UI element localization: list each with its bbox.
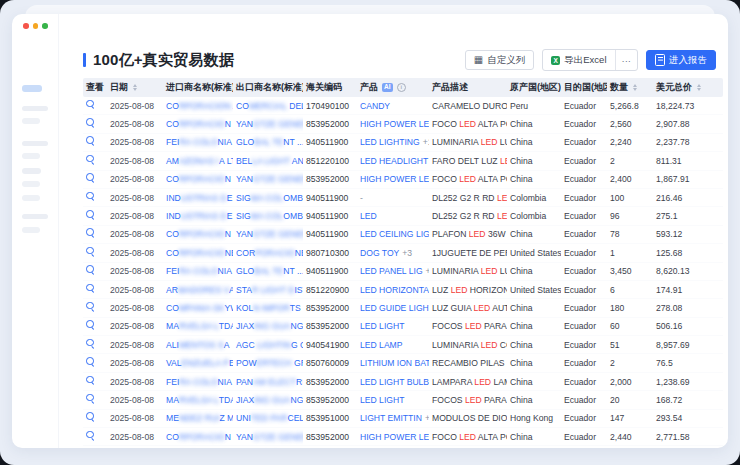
maximize-window-icon[interactable]: [42, 23, 48, 29]
column-header-usd_total[interactable]: 美元总价: [653, 78, 723, 97]
product-extra-count[interactable]: +1: [423, 137, 429, 147]
product-link[interactable]: LED LIGHT BULB: [360, 377, 429, 387]
product-link[interactable]: LED LIGHT: [360, 321, 404, 331]
importer-link[interactable]: CORPORACIONES...: [166, 248, 233, 258]
view-search-icon[interactable]: [86, 284, 96, 294]
product-link[interactable]: LED GUIDE LIGHT T: [360, 303, 429, 313]
product-link[interactable]: LED PANEL LIG: [360, 266, 423, 276]
importer-link[interactable]: FEIRA COLONIA ...: [166, 137, 233, 147]
product-link[interactable]: LED LAMP: [360, 340, 403, 350]
view-search-icon[interactable]: [86, 173, 96, 183]
product-link[interactable]: LED: [360, 211, 377, 221]
exporter-link[interactable]: GLOBAL TENT ...: [236, 137, 303, 147]
exporter-link[interactable]: BELLA LIGHT AND...: [236, 156, 303, 166]
importer-link[interactable]: MARVELSA LTDA: [166, 395, 233, 405]
importer-link[interactable]: CORPORACION E...: [166, 229, 233, 239]
view-search-icon[interactable]: [86, 412, 96, 422]
importer-link[interactable]: ALIMENTOS SA: [166, 340, 229, 350]
product-link[interactable]: DOG TOY: [360, 248, 399, 258]
importer-link[interactable]: CORPORACION E...: [166, 432, 233, 442]
product-link[interactable]: LED CEILING LIGHT: [360, 229, 429, 239]
importer-link[interactable]: FEIRA COLONIA ...: [166, 266, 233, 276]
product-link[interactable]: CANDY: [360, 101, 390, 111]
view-search-icon[interactable]: [86, 100, 96, 110]
exporter-link[interactable]: POWERTECH GR...: [236, 358, 303, 368]
column-header-quantity[interactable]: 数量: [607, 78, 653, 97]
product-extra-count[interactable]: +3: [402, 248, 412, 258]
importer-link[interactable]: MENDEZ RUIZ M...: [166, 413, 233, 423]
column-header-exporter[interactable]: 出口商名称(标准): [233, 78, 303, 97]
view-search-icon[interactable]: [86, 357, 96, 367]
exporter-link[interactable]: SIGMA COLOMB...: [236, 211, 303, 221]
company-name-fragment: GLO: [236, 266, 254, 276]
importer-link[interactable]: INDUSTRIAS DE SIS...: [166, 211, 233, 221]
product-link[interactable]: LED HORIZONTAL L: [360, 285, 429, 295]
sort-icon[interactable]: [633, 84, 637, 92]
exporter-link[interactable]: YANGTZE GENERAL LI...: [236, 432, 303, 442]
product-link[interactable]: LIGHT EMITTIN: [360, 413, 422, 423]
sort-icon[interactable]: [697, 84, 701, 92]
importer-link[interactable]: COMPANIA SKYWI...: [166, 303, 233, 313]
info-icon[interactable]: [397, 83, 407, 93]
product-link[interactable]: HIGH POWER LED F: [360, 119, 429, 129]
exporter-link[interactable]: AGC LIGHTING C...: [236, 340, 303, 350]
product-link[interactable]: HIGH POWER LED F: [360, 174, 429, 184]
view-search-icon[interactable]: [86, 320, 96, 330]
product-link[interactable]: LED HEADLIGHT: [360, 156, 428, 166]
exporter-link[interactable]: YANGTZE GENERAL LI...: [236, 229, 303, 239]
importer-link[interactable]: CORPORACION E...: [166, 174, 233, 184]
product-link[interactable]: LED LIGHTING: [360, 137, 420, 147]
view-search-icon[interactable]: [86, 394, 96, 404]
exporter-link[interactable]: STAR LIGHT DIST...: [236, 285, 303, 295]
exporter-link[interactable]: UNITED PARCEL ...: [236, 413, 303, 423]
view-search-icon[interactable]: [86, 302, 96, 312]
view-search-icon[interactable]: [86, 155, 96, 165]
view-search-icon[interactable]: [86, 136, 96, 146]
column-header-importer[interactable]: 进口商名称(标准): [163, 78, 233, 97]
view-search-icon[interactable]: [86, 339, 96, 349]
exporter-link[interactable]: PANAM ELECTRIC...: [236, 377, 303, 387]
company-name-fragment: NT ...: [283, 137, 303, 147]
exporter-link[interactable]: COMERCIAL DEL ...: [236, 101, 303, 111]
product-extra-count[interactable]: +1: [426, 266, 429, 276]
product-link[interactable]: LITHIUM ION BATTE: [360, 358, 429, 368]
exporter-link[interactable]: KOLN IMPORTS: [236, 303, 301, 313]
more-actions-button[interactable]: ···: [615, 50, 638, 70]
cell-usd-total: 2,237.78: [653, 133, 723, 151]
close-window-icon[interactable]: [23, 23, 29, 29]
view-search-icon[interactable]: [86, 431, 96, 441]
exporter-link[interactable]: GLOBAL TENT ...: [236, 266, 303, 276]
view-search-icon[interactable]: [86, 210, 96, 220]
view-search-icon[interactable]: [86, 247, 96, 257]
export-excel-button[interactable]: 导出Excel: [543, 50, 614, 70]
importer-link[interactable]: FEIRA COLONIA ...: [166, 377, 233, 387]
product-extra-count[interactable]: +1: [425, 413, 429, 423]
exporter-link[interactable]: SIGMA COLOMB...: [236, 193, 303, 203]
view-search-icon[interactable]: [86, 118, 96, 128]
importer-link[interactable]: ARMADORES VARA...: [166, 285, 233, 295]
importer-link[interactable]: VALENZUELA PEDR...: [166, 358, 233, 368]
importer-link[interactable]: MARVELSA LTDA: [166, 321, 233, 331]
minimize-window-icon[interactable]: [33, 23, 39, 29]
view-search-icon[interactable]: [86, 265, 96, 275]
exporter-link[interactable]: JIAXING GUANGT...: [236, 321, 303, 331]
view-search-icon[interactable]: [86, 228, 96, 238]
exporter-link[interactable]: YANGTZE GENERAL LI...: [236, 119, 303, 129]
importer-link[interactable]: CORPORACION E...: [166, 119, 233, 129]
exporter-link[interactable]: JIAXING GUANGT...: [236, 395, 303, 405]
importer-link[interactable]: CORPORACION A: [166, 101, 233, 111]
product-link[interactable]: HIGH POWER LED F: [360, 432, 429, 442]
column-header-date[interactable]: 日期: [107, 78, 163, 97]
importer-link[interactable]: AMAZONAS IA LTDA: [166, 156, 233, 166]
exporter-link[interactable]: YANGTZE GENERAL LI...: [236, 174, 303, 184]
cell-exporter: CORPORACIONES...: [233, 244, 303, 262]
exporter-link[interactable]: CORPORACIONES...: [236, 248, 303, 258]
enter-report-button[interactable]: 进入报告: [646, 50, 716, 70]
view-search-icon[interactable]: [86, 376, 96, 386]
cell-destination-country: Ecuador: [561, 317, 607, 335]
customize-columns-button[interactable]: ▦ 自定义列: [465, 50, 534, 70]
sort-icon[interactable]: [133, 84, 137, 92]
product-link[interactable]: LED LIGHT: [360, 395, 404, 405]
importer-link[interactable]: INDUSTRIAS DE SIS...: [166, 193, 233, 203]
view-search-icon[interactable]: [86, 192, 96, 202]
